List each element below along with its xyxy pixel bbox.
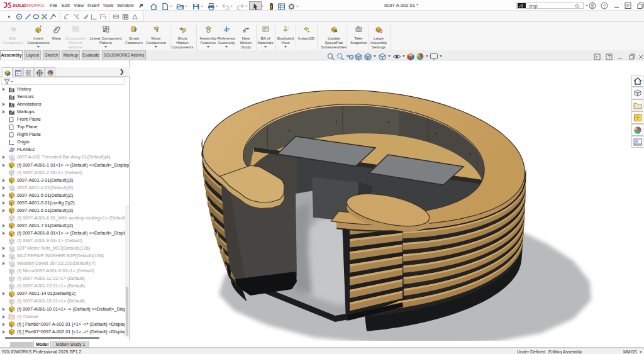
svg-text:WORKS: WORKS	[27, 3, 45, 8]
svg-text:?: ?	[603, 3, 606, 9]
svg-text:SOLID: SOLID	[13, 3, 27, 8]
svg-text:A: A	[10, 103, 13, 107]
